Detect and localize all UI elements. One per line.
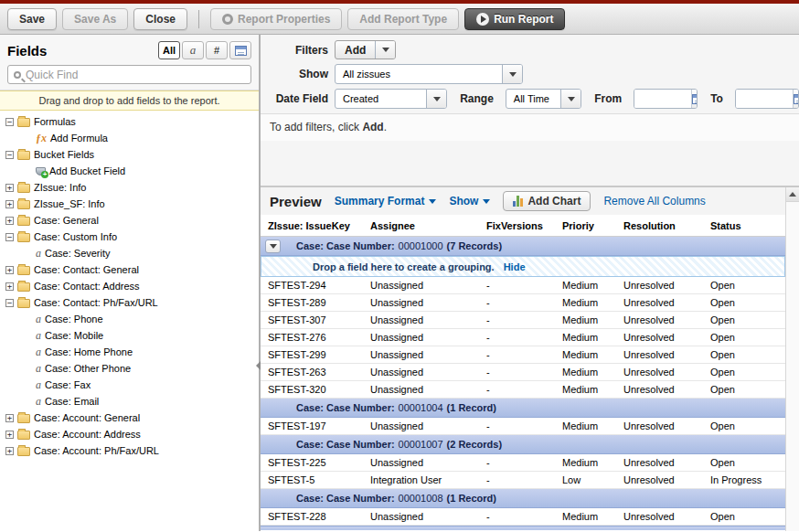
expand-icon[interactable]: +	[5, 184, 14, 192]
collapse-icon[interactable]: −	[5, 299, 14, 307]
calendar-icon	[794, 94, 799, 104]
report-properties-button[interactable]: Report Properties	[210, 8, 342, 30]
column-header[interactable]: ZIssue: IssueKey	[261, 220, 370, 231]
summary-format-menu[interactable]: Summary Format	[335, 195, 437, 207]
chevron-down-icon	[509, 72, 517, 77]
tree-item[interactable]: aCase: Severity	[0, 245, 259, 261]
table-row[interactable]: SFTEST-225Unassigned-MediumUnresolvedOpe…	[261, 454, 785, 472]
tree-item[interactable]: aCase: Email	[0, 393, 259, 410]
tree-item[interactable]: +Case: Contact: Address	[0, 278, 259, 294]
table-row[interactable]: SFTEST-299Unassigned-MediumUnresolvedOpe…	[261, 346, 785, 364]
tree-item[interactable]: +Case: Account: Address	[0, 426, 259, 442]
table-row[interactable]: SFTEST-320Unassigned-MediumUnresolvedOpe…	[261, 381, 785, 399]
scroll-up-button[interactable]	[786, 187, 799, 202]
column-header[interactable]: Assignee	[370, 220, 486, 231]
group-label: Case: Case Number:	[296, 493, 395, 504]
tree-item[interactable]: +ZIssue: Info	[0, 179, 259, 196]
from-label: From	[594, 92, 622, 105]
tree-item[interactable]: aCase: Phone	[0, 311, 259, 327]
add-filter-dropdown-button[interactable]	[375, 41, 395, 59]
folder-icon	[17, 217, 30, 226]
tree-item[interactable]: aCase: Home Phone	[0, 344, 259, 360]
group-label: Case: Case Number:	[296, 240, 395, 251]
table-cell: Unassigned	[370, 420, 486, 431]
range-select[interactable]: All Time	[506, 89, 581, 109]
range-dropdown-button[interactable]	[560, 90, 581, 108]
tree-item[interactable]: −Formulas	[0, 113, 259, 130]
search-icon	[14, 71, 21, 79]
add-report-type-button[interactable]: Add Report Type	[347, 8, 459, 30]
tree-item[interactable]: +Add Bucket Field	[0, 163, 259, 179]
table-row[interactable]: SFTEST-294Unassigned-MediumUnresolvedOpe…	[261, 277, 785, 294]
table-cell: Unresolved	[623, 314, 710, 325]
table-row[interactable]: SFTEST-197Unassigned-MediumUnresolvedOpe…	[261, 418, 785, 435]
tree-item[interactable]: aCase: Mobile	[0, 327, 259, 344]
column-header[interactable]: FixVersions	[486, 220, 562, 231]
expand-icon[interactable]: +	[5, 431, 14, 439]
table-row[interactable]: SFTEST-228Unassigned-MediumUnresolvedOpe…	[261, 508, 785, 526]
quick-find-input[interactable]	[26, 69, 208, 81]
tree-item[interactable]: +Case: Account: General	[0, 410, 259, 426]
tree-item[interactable]: ƒxAdd Formula	[0, 130, 259, 146]
tree-item[interactable]: −Bucket Fields	[0, 146, 259, 163]
column-header[interactable]: Prioriy	[562, 220, 623, 231]
collapse-icon[interactable]: −	[5, 151, 14, 159]
collapse-icon[interactable]: −	[5, 118, 14, 126]
from-date-input[interactable]	[634, 90, 691, 108]
run-report-button[interactable]: Run Report	[464, 8, 565, 30]
column-header[interactable]: Resolution	[623, 220, 710, 231]
chevron-down-icon	[382, 48, 389, 52]
date-field-select[interactable]: Created	[335, 89, 447, 109]
table-row[interactable]: SFTEST-263Unassigned-MediumUnresolvedOpe…	[261, 364, 785, 381]
preview-scrollbar[interactable]	[785, 187, 799, 531]
expand-icon[interactable]: +	[5, 447, 14, 455]
to-date-input[interactable]	[736, 90, 793, 108]
table-row[interactable]: SFTEST-289Unassigned-MediumUnresolvedOpe…	[261, 294, 785, 312]
filter-all-button[interactable]: All	[158, 41, 180, 59]
folder-icon	[17, 447, 30, 456]
to-calendar-button[interactable]	[793, 90, 799, 108]
table-cell: Unassigned	[370, 332, 486, 343]
column-header[interactable]: Status	[710, 220, 785, 231]
group-collapse-button[interactable]	[265, 239, 281, 253]
expand-icon[interactable]: +	[5, 217, 14, 225]
save-button[interactable]: Save	[7, 8, 57, 30]
tree-item[interactable]: +ZIssue_SF: Info	[0, 196, 259, 212]
tree-item-label: Case: Contact: Address	[34, 281, 140, 292]
expand-icon[interactable]: +	[5, 200, 14, 208]
tree-item[interactable]: +Case: Account: Ph/Fax/URL	[0, 442, 259, 459]
show-select-dropdown-button[interactable]	[502, 65, 522, 83]
from-calendar-button[interactable]	[691, 90, 698, 108]
filter-number-fields-button[interactable]: #	[206, 41, 228, 59]
filter-text-fields-button[interactable]: a	[182, 41, 204, 59]
tree-item[interactable]: +Case: Contact: General	[0, 261, 259, 278]
table-row[interactable]: SFTEST-5Integration User-LowUnresolvedIn…	[261, 472, 785, 489]
add-chart-button[interactable]: Add Chart	[503, 191, 591, 211]
hide-link[interactable]: Hide	[504, 261, 526, 272]
tree-item[interactable]: aCase: Other Phone	[0, 360, 259, 377]
remove-all-columns-link[interactable]: Remove All Columns	[603, 195, 705, 207]
table-row[interactable]: SFTEST-307Unassigned-MediumUnresolvedOpe…	[261, 312, 785, 329]
fields-panel: Fields All a # Drag and drop to add fiel…	[0, 35, 261, 531]
grouping-drop-zone[interactable]: Drop a field here to create a grouping.H…	[261, 256, 785, 277]
tree-item[interactable]: +Case: General	[0, 212, 259, 229]
expand-icon[interactable]: +	[5, 266, 14, 274]
tree-item[interactable]: aCase: Fax	[0, 377, 259, 393]
collapse-icon[interactable]: −	[5, 233, 14, 241]
group-label: Case: Case Number:	[296, 402, 395, 413]
table-cell: Unresolved	[623, 332, 710, 343]
show-select[interactable]: All zissues	[335, 64, 523, 84]
summary-format-label: Summary Format	[335, 195, 425, 207]
close-button[interactable]: Close	[133, 8, 187, 30]
expand-icon[interactable]: +	[5, 414, 14, 422]
save-as-button[interactable]: Save As	[62, 8, 128, 30]
table-cell: Open	[710, 420, 785, 431]
tree-item[interactable]: −Case: Contact: Ph/Fax/URL	[0, 294, 259, 311]
date-field-dropdown-button[interactable]	[426, 90, 446, 108]
tree-item[interactable]: −Case: Custom Info	[0, 229, 259, 245]
expand-icon[interactable]: +	[5, 282, 14, 291]
show-menu[interactable]: Show	[449, 195, 490, 207]
add-filter-button[interactable]: Add	[335, 40, 396, 59]
filter-date-fields-button[interactable]	[229, 41, 251, 59]
table-row[interactable]: SFTEST-276Unassigned-MediumUnresolvedOpe…	[261, 329, 785, 346]
